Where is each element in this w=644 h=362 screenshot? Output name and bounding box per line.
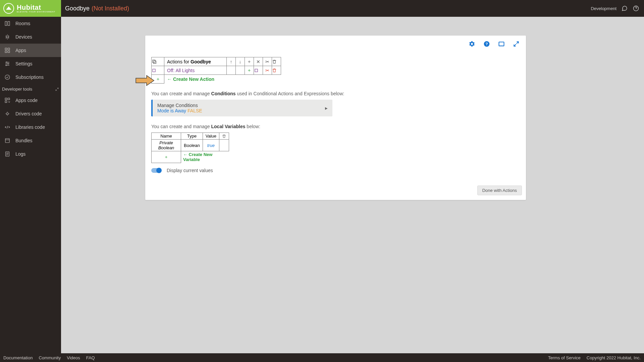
svg-point-23 <box>5 75 10 80</box>
logs-icon <box>4 151 11 157</box>
create-action-row[interactable]: ＋ ← Create New Action <box>152 75 281 84</box>
row-stop-icon[interactable] <box>254 66 263 75</box>
sidebar-item-apps[interactable]: Apps <box>0 44 61 57</box>
help-icon[interactable] <box>633 5 639 12</box>
logo-sub: ELEVATE YOUR ENVIRONMENT <box>17 11 55 13</box>
libraries-code-icon <box>4 124 11 130</box>
bundles-icon <box>4 138 11 144</box>
main-card: ? Actions for Goodbye ↑ ↓ ＋ ✕ ✂ <box>145 36 526 200</box>
vars-header-row: Name Type Value <box>152 133 229 140</box>
sidebar-item-logs[interactable]: Logs <box>0 147 61 161</box>
manage-conditions-box[interactable]: Manage Conditions Mode is Away FALSE ▶ <box>151 100 332 116</box>
sidebar-label: Logs <box>15 151 25 157</box>
conditions-box-title: Manage Conditions <box>157 103 328 108</box>
svg-rect-14 <box>8 48 10 50</box>
create-var-plus-icon[interactable]: ＋ <box>152 151 181 163</box>
svg-rect-43 <box>153 69 155 71</box>
conditions-intro: You can create and manage Conditions use… <box>151 91 526 96</box>
footer: Documentation Community Videos FAQ Terms… <box>0 353 644 362</box>
developer-tools-header[interactable]: Developer tools <box>0 84 61 94</box>
drivers-code-icon <box>4 111 11 117</box>
var-row[interactable]: Private Boolean Boolean true <box>152 140 229 151</box>
rooms-icon <box>4 20 11 27</box>
row-cut-icon[interactable]: ✂ <box>263 66 272 75</box>
svg-rect-3 <box>8 21 10 25</box>
trash-icon[interactable] <box>272 57 281 66</box>
sidebar-label: Bundles <box>15 138 33 143</box>
svg-rect-41 <box>153 61 156 63</box>
svg-line-11 <box>6 38 7 39</box>
window-icon[interactable] <box>498 40 505 48</box>
close-icon[interactable]: ✕ <box>254 57 263 66</box>
footer-copyright: Copyright 2022 Hubitat, Inc. <box>587 355 641 360</box>
stop-icon[interactable] <box>152 66 164 75</box>
cut-icon[interactable]: ✂ <box>263 57 272 66</box>
svg-line-9 <box>6 36 7 36</box>
svg-point-20 <box>8 63 9 64</box>
sidebar-item-apps-code[interactable]: Apps code <box>0 94 61 107</box>
move-up-icon[interactable]: ↑ <box>227 57 236 66</box>
svg-point-18 <box>6 62 7 63</box>
logo-ring-icon <box>3 3 14 14</box>
sidebar-item-devices[interactable]: Devices <box>0 30 61 44</box>
svg-point-4 <box>6 36 8 38</box>
vars-table: Name Type Value Private Boolean Boolean … <box>151 133 229 163</box>
settings-icon <box>4 61 11 67</box>
svg-text:?: ? <box>485 42 488 46</box>
footer-link-documentation[interactable]: Documentation <box>3 355 33 360</box>
create-action-label: ← Create New Action <box>164 75 281 84</box>
top-right: Development <box>591 5 644 12</box>
sidebar-label: Libraries code <box>15 124 45 130</box>
footer-terms[interactable]: Terms of Service <box>548 355 581 360</box>
sidebar-item-rooms[interactable]: Rooms <box>0 17 61 30</box>
expand-icon[interactable] <box>513 40 520 48</box>
action-label: Off: All Lights <box>164 66 227 75</box>
svg-line-12 <box>8 36 9 36</box>
subscriptions-icon <box>4 74 11 80</box>
display-values-toggle[interactable] <box>151 168 161 173</box>
plus-icon[interactable]: ＋ <box>245 57 254 66</box>
svg-rect-26 <box>5 101 7 103</box>
help-circle-icon[interactable]: ? <box>483 40 490 48</box>
sidebar-item-libraries-code[interactable]: Libraries code <box>0 120 61 134</box>
sidebar-label: Drivers code <box>15 111 42 116</box>
footer-link-community[interactable]: Community <box>39 355 61 360</box>
footer-link-faq[interactable]: FAQ <box>86 355 95 360</box>
actions-header: Actions for Goodbye <box>164 57 227 66</box>
title-status: (Not Installed) <box>92 5 129 12</box>
collapse-icon <box>55 87 59 91</box>
svg-point-27 <box>6 113 8 115</box>
done-button[interactable]: Done with Actions <box>477 186 522 195</box>
sidebar-item-bundles[interactable]: Bundles <box>0 134 61 147</box>
card-tools: ? <box>145 36 526 57</box>
vars-trash-header-icon[interactable] <box>219 133 229 140</box>
toggle-row: Display current values <box>151 168 526 173</box>
row-trash-icon[interactable] <box>272 66 281 75</box>
svg-rect-42 <box>153 60 155 62</box>
sidebar-label: Apps <box>15 48 26 53</box>
sidebar-label: Rooms <box>15 21 30 26</box>
page-title: Goodbye (Not Installed) <box>61 5 129 12</box>
svg-rect-44 <box>255 69 258 71</box>
action-row[interactable]: Off: All Lights ＋ ✂ <box>152 66 281 75</box>
gear-icon[interactable] <box>468 40 476 48</box>
move-down-icon[interactable]: ↓ <box>236 57 245 66</box>
footer-link-videos[interactable]: Videos <box>67 355 80 360</box>
sidebar-label: Devices <box>15 34 32 40</box>
sidebar-item-subscriptions[interactable]: Subscriptions <box>0 70 61 84</box>
sidebar-label: Settings <box>15 61 33 66</box>
actions-table: Actions for Goodbye ↑ ↓ ＋ ✕ ✂ Off: All L… <box>151 57 281 84</box>
svg-rect-16 <box>8 51 10 53</box>
devices-icon <box>4 34 11 40</box>
logo[interactable]: Hubitat ELEVATE YOUR ENVIRONMENT <box>0 0 61 17</box>
comment-icon[interactable] <box>621 5 628 12</box>
copy-icon[interactable] <box>152 57 164 66</box>
svg-point-22 <box>6 65 7 66</box>
sidebar-item-settings[interactable]: Settings <box>0 57 61 70</box>
sidebar-item-drivers-code[interactable]: Drivers code <box>0 107 61 120</box>
row-plus-icon[interactable]: ＋ <box>245 66 254 75</box>
vars-intro: You can create and manage Local Variable… <box>151 124 526 129</box>
svg-rect-40 <box>499 42 504 46</box>
svg-line-10 <box>8 38 9 39</box>
create-var-row[interactable]: ＋ ← Create New Variable <box>152 151 229 163</box>
